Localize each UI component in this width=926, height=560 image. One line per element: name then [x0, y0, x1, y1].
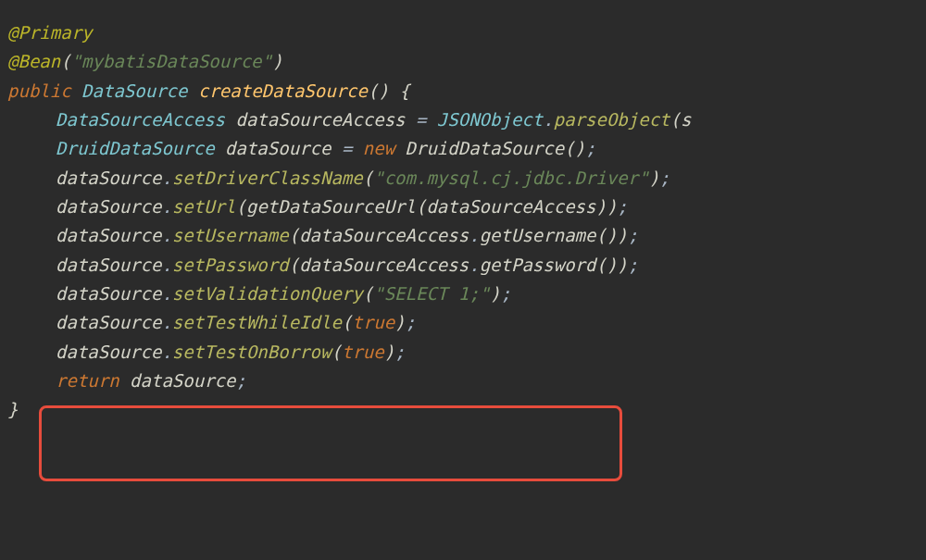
dot: .: [543, 109, 553, 130]
string-literal: "mybatisDataSource": [71, 51, 272, 71]
method-call: setTestWhileIdle: [172, 312, 342, 332]
dot: .: [161, 342, 171, 362]
keyword: public: [7, 81, 71, 101]
variable: dataSource: [56, 168, 161, 188]
annotation: @Bean: [7, 51, 60, 71]
method-call: setDriverClassName: [172, 168, 363, 188]
type: JSONObject: [437, 109, 543, 130]
code-line: @Primary: [7, 19, 919, 47]
paren: ): [649, 168, 659, 188]
semicolon: ;: [628, 225, 638, 245]
dot: .: [469, 225, 479, 245]
paren: (): [595, 225, 617, 245]
semicolon: ;: [628, 255, 638, 275]
variable: dataSourceAccess: [235, 109, 405, 130]
method-call: setValidationQuery: [172, 283, 363, 304]
method-call: parseObject: [554, 109, 670, 130]
variable: dataSourceAccess: [299, 255, 469, 275]
semicolon: ;: [501, 283, 511, 304]
paren: (: [670, 109, 681, 130]
semicolon: ;: [235, 370, 245, 391]
dot: .: [161, 225, 171, 245]
code-line: }: [7, 395, 919, 424]
variable: dataSource: [130, 370, 235, 391]
code-line: dataSource.setUrl(getDataSourceUrl(dataS…: [7, 193, 919, 221]
paren: (: [289, 225, 299, 245]
semicolon: ;: [659, 168, 669, 188]
variable: dataSource: [56, 196, 161, 217]
dot: .: [161, 312, 171, 332]
paren: (: [289, 255, 299, 275]
variable: dataSource: [56, 225, 161, 245]
code-line: dataSource.setUsername(dataSourceAccess.…: [7, 221, 919, 250]
paren: ): [272, 51, 282, 71]
type: DruidDataSource: [56, 138, 215, 158]
dot: .: [161, 196, 171, 217]
string-literal: "SELECT 1;": [373, 283, 490, 304]
code-line: public DataSource createDataSource() {: [7, 77, 919, 106]
paren: ): [490, 283, 500, 304]
code-line: DruidDataSource dataSource = new DruidDa…: [7, 134, 919, 163]
method-call: setUsername: [172, 225, 289, 245]
keyword: return: [56, 370, 119, 391]
variable: dataSource: [56, 255, 161, 275]
paren: (): [564, 138, 585, 158]
variable: dataSource: [56, 312, 161, 332]
paren: (: [416, 196, 426, 217]
variable: dataSourceAccess: [299, 225, 469, 245]
variable: dataSource: [56, 283, 161, 304]
method-call: setTestOnBorrow: [172, 342, 332, 362]
method-call: setPassword: [172, 255, 289, 275]
keyword: new: [363, 138, 394, 158]
type: DataSourceAccess: [56, 109, 225, 130]
semicolon: ;: [585, 138, 595, 158]
code-line: dataSource.setValidationQuery("SELECT 1;…: [7, 280, 919, 308]
variable: dataSource: [225, 138, 331, 158]
code-line: dataSource.setPassword(dataSourceAccess.…: [7, 251, 919, 280]
code-line: @Bean("mybatisDataSource"): [7, 47, 919, 76]
paren: ): [595, 196, 606, 217]
variable: dataSource: [56, 342, 161, 362]
keyword: true: [342, 342, 384, 362]
operator: =: [406, 109, 437, 130]
method-call: setUrl: [172, 196, 236, 217]
semicolon: ;: [406, 312, 416, 332]
code-editor[interactable]: @Primary @Bean("mybatisDataSource") publ…: [7, 19, 919, 425]
method-name: createDataSource: [198, 81, 368, 101]
brace: {: [389, 81, 410, 101]
code-line: DataSourceAccess dataSourceAccess = JSON…: [7, 106, 919, 134]
paren: (): [595, 255, 617, 275]
paren: ): [617, 225, 627, 245]
operator: =: [331, 138, 362, 158]
brace: }: [7, 399, 18, 419]
dot: .: [161, 283, 171, 304]
keyword: true: [352, 312, 394, 332]
paren: ): [617, 255, 627, 275]
code-line: return dataSource;: [7, 367, 919, 395]
annotation: @Primary: [7, 22, 93, 43]
dot: .: [161, 168, 171, 188]
paren: ): [607, 196, 617, 217]
dot: .: [469, 255, 479, 275]
method-call: getPassword: [480, 255, 596, 275]
method-call: getDataSourceUrl: [246, 196, 416, 217]
paren: ): [394, 312, 405, 332]
dot: .: [161, 255, 171, 275]
type: DruidDataSource: [406, 138, 565, 158]
paren: (: [342, 312, 352, 332]
type: DataSource: [81, 81, 187, 101]
code-line: dataSource.setDriverClassName("com.mysql…: [7, 164, 919, 193]
code-line: dataSource.setTestOnBorrow(true);: [7, 338, 919, 367]
paren: (: [363, 283, 373, 304]
paren: (: [235, 196, 245, 217]
semicolon: ;: [394, 342, 405, 362]
variable: s: [681, 109, 691, 130]
paren: (: [331, 342, 341, 362]
string-literal: "com.mysql.cj.jdbc.Driver": [373, 168, 648, 188]
paren: (): [368, 81, 389, 101]
paren: (: [60, 51, 70, 71]
variable: dataSourceAccess: [426, 196, 595, 217]
semicolon: ;: [617, 196, 627, 217]
code-line: dataSource.setTestWhileIdle(true);: [7, 308, 919, 337]
paren: ): [384, 342, 394, 362]
